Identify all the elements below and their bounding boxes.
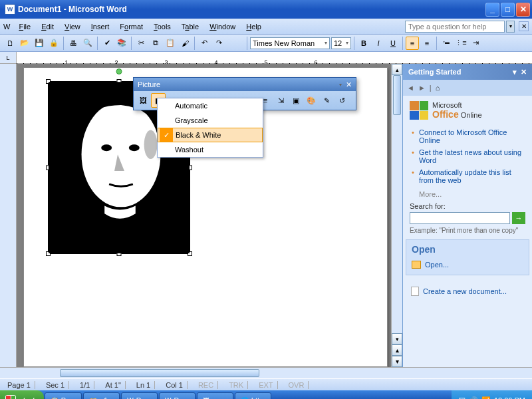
office-online-logo: MicrosoftOffice Online	[410, 101, 525, 120]
taskbar-app-button[interactable]: 🌐 htt...	[235, 392, 271, 399]
save-icon[interactable]: 💾	[33, 37, 46, 50]
italic-button[interactable]: I	[372, 37, 385, 50]
taskpane-dropdown-icon[interactable]: ▾	[513, 68, 517, 76]
window-title: Document1 - Microsoft Word	[18, 5, 485, 14]
vertical-ruler[interactable]	[0, 64, 17, 367]
bullet-list-button[interactable]: ⋮≡	[454, 37, 467, 50]
menu-file[interactable]: FFileile	[14, 21, 35, 32]
font-selector[interactable]: Times New Roman▾	[250, 37, 330, 49]
tray-icon[interactable]: 🛡	[458, 396, 466, 399]
color-menu-grayscale[interactable]: Grayscale	[158, 113, 263, 128]
vertical-scrollbar[interactable]: ▴ ▾ ▴ ▾	[391, 64, 402, 367]
open-icon[interactable]: 📂	[18, 37, 31, 50]
tray-icon[interactable]: 🔊	[469, 396, 478, 400]
numbered-list-button[interactable]: ≔	[440, 37, 453, 50]
horizontal-ruler[interactable]: L 1 2 3 4 5 6	[0, 52, 532, 64]
print-icon[interactable]: 🖶	[66, 37, 80, 50]
picture-toolbar-title[interactable]: Picture ▾ ✕	[134, 78, 356, 91]
horizontal-scrollbar[interactable]	[0, 367, 532, 378]
status-trk[interactable]: TRK	[225, 381, 248, 389]
copy-icon[interactable]: ⧉	[149, 37, 162, 50]
nav-forward-icon[interactable]: ►	[418, 84, 426, 92]
compress-icon[interactable]: ⇲	[273, 93, 288, 108]
taskbar-app-button[interactable]: W Do...	[159, 392, 196, 399]
cut-icon[interactable]: ✂	[134, 37, 148, 50]
workarea: ▴ ▾ ▴ ▾ Picture ▾ ✕ 🖼 ◧ ◑ ◐ ☀ ☼ ✂ ⟲ ≡	[0, 64, 532, 367]
taskpane-search-input[interactable]	[410, 212, 510, 224]
svg-point-4	[144, 130, 158, 160]
status-ext[interactable]: EXT	[255, 381, 277, 389]
underline-button[interactable]: U	[386, 37, 400, 50]
new-document-link[interactable]: Create a new document...	[411, 285, 524, 298]
open-section-title: Open	[412, 244, 523, 255]
menu-window[interactable]: Window	[205, 21, 240, 32]
font-size-selector[interactable]: 12▾	[331, 37, 351, 49]
format-picture-icon[interactable]: 🎨	[304, 93, 319, 108]
undo-icon[interactable]: ↶	[198, 37, 211, 50]
paste-icon[interactable]: 📋	[164, 37, 177, 50]
menu-view[interactable]: View	[60, 21, 85, 32]
taskbar-app-button[interactable]: W Do...	[121, 392, 158, 399]
browse-prev-button[interactable]: ▴	[392, 344, 402, 356]
start-button[interactable]: start	[0, 390, 44, 399]
reset-picture-icon[interactable]: ↺	[334, 93, 349, 108]
tray-clock[interactable]: 12:06 PM	[494, 396, 525, 399]
taskpane-link-update[interactable]: Automatically update this list from the …	[410, 166, 525, 186]
taskbar-app-button[interactable]: 🖼 wo...	[197, 392, 233, 399]
rotate-handle[interactable]	[116, 68, 122, 74]
help-dropdown[interactable]: ▾	[506, 21, 515, 33]
menu-insert[interactable]: Insert	[86, 21, 114, 32]
page-area[interactable]: ▴ ▾ ▴ ▾ Picture ▾ ✕ 🖼 ◧ ◑ ◐ ☀ ☼ ✂ ⟲ ≡	[17, 64, 402, 367]
scroll-thumb[interactable]	[393, 75, 401, 115]
search-go-button[interactable]: →	[512, 212, 525, 224]
status-ovr[interactable]: OVR	[285, 381, 309, 389]
status-pagecount: 1/1	[76, 381, 94, 389]
redo-icon[interactable]: ↷	[212, 37, 225, 50]
close-button[interactable]: ✕	[516, 3, 530, 17]
status-rec[interactable]: REC	[194, 381, 218, 389]
align-left-button[interactable]: ≡	[406, 37, 419, 50]
print-preview-icon[interactable]: 🔍	[81, 37, 94, 50]
open-link[interactable]: Open...	[412, 259, 523, 271]
taskbar-app-button[interactable]: 📁 v1...	[83, 392, 120, 399]
tab-selector[interactable]: L	[0, 52, 17, 63]
new-doc-icon[interactable]: 🗋	[3, 37, 17, 50]
browse-next-button[interactable]: ▾	[392, 356, 402, 367]
menu-table[interactable]: Table	[177, 21, 203, 32]
color-menu-black-white[interactable]: ✓Black & White	[158, 128, 263, 142]
align-center-button[interactable]: ≡	[420, 37, 434, 50]
color-menu-washout[interactable]: Washout	[158, 142, 263, 157]
maximize-button[interactable]: □	[501, 3, 515, 17]
scroll-down-button[interactable]: ▾	[392, 333, 402, 344]
nav-home-icon[interactable]: ⌂	[436, 84, 440, 92]
scroll-up-button[interactable]: ▴	[392, 64, 402, 75]
hscroll-thumb[interactable]	[60, 369, 259, 377]
research-icon[interactable]: 📚	[115, 37, 128, 50]
taskpane-link-news[interactable]: Get the latest news about using Word	[410, 146, 525, 166]
color-menu-automatic[interactable]: Automatic	[158, 98, 263, 113]
taskpane-close-button[interactable]: ✕	[521, 68, 527, 76]
indent-button[interactable]: ⇥	[469, 37, 482, 50]
minimize-button[interactable]: _	[485, 3, 499, 17]
taskpane-link-connect[interactable]: Connect to Microsoft Office Online	[410, 126, 525, 146]
menu-format[interactable]: Format	[115, 21, 148, 32]
nav-back-icon[interactable]: ◄	[407, 84, 414, 92]
spellcheck-icon[interactable]: ✔	[100, 37, 114, 50]
doc-close-button[interactable]: ✕	[519, 21, 529, 31]
menu-edit[interactable]: Edit	[37, 21, 59, 32]
permissions-icon[interactable]: 🔒	[47, 37, 61, 50]
taskbar-app-button[interactable]: 📋 Pu...	[45, 392, 82, 399]
format-painter-icon[interactable]: 🖌	[178, 37, 192, 50]
picture-toolbar-close[interactable]: ✕	[346, 80, 352, 89]
tray-icon[interactable]: 📶	[481, 396, 491, 400]
toolbar-options-icon[interactable]: ▾	[339, 82, 342, 88]
help-search-input[interactable]	[405, 21, 505, 33]
text-wrap-icon[interactable]: ▣	[289, 93, 303, 108]
system-tray[interactable]: 🛡 🔊 📶 12:06 PM	[452, 390, 532, 399]
bold-button[interactable]: B	[357, 37, 370, 50]
menu-tools[interactable]: Tools	[149, 21, 176, 32]
menu-help[interactable]: Help	[241, 21, 266, 32]
insert-picture-icon[interactable]: 🖼	[136, 93, 150, 108]
transparent-color-icon[interactable]: ✎	[319, 93, 334, 108]
taskpane-more-link[interactable]: More...	[410, 190, 525, 198]
